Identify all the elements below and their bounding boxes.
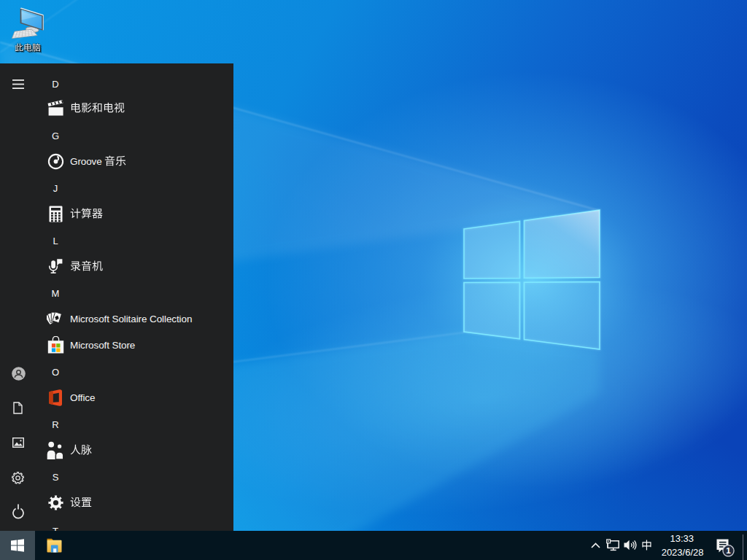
svg-text:1: 1: [726, 546, 731, 555]
